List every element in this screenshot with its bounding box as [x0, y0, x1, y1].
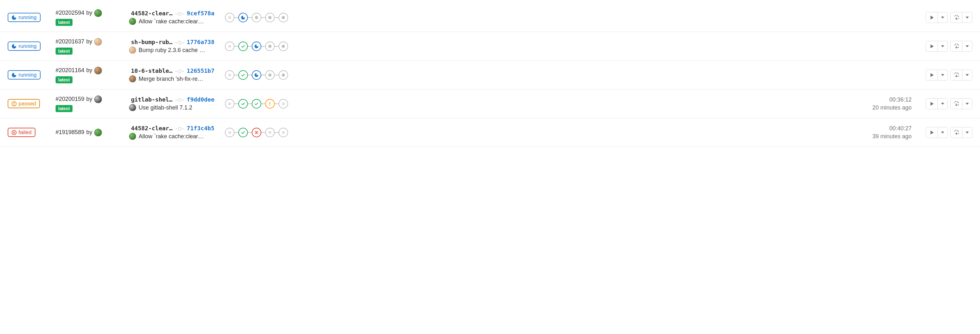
pipeline-id-link[interactable]: #19198589	[56, 129, 84, 136]
status-badge[interactable]: running	[8, 70, 41, 80]
artifacts-group	[950, 12, 972, 23]
status-badge[interactable]: running	[8, 41, 41, 51]
pipeline-row: running #20201164 by latest 10-6-stable……	[0, 60, 980, 89]
caret-down-icon	[966, 132, 969, 134]
artifacts-dropdown[interactable]	[962, 99, 972, 109]
commit-sep-icon: -○-	[174, 96, 185, 103]
pipeline-id-link[interactable]: #20200159	[56, 96, 84, 102]
stage-collapsed[interactable]	[225, 41, 234, 51]
triggerer-avatar[interactable]	[94, 67, 102, 75]
status-badge[interactable]: passed	[8, 99, 40, 108]
play-dropdown[interactable]	[937, 13, 947, 23]
branch-link[interactable]: 44582-clear…	[131, 125, 172, 132]
stage-running[interactable]	[238, 13, 248, 22]
commit-author-avatar[interactable]	[129, 133, 136, 140]
status-badge[interactable]: failed	[8, 128, 35, 137]
branch-link[interactable]: 44582-clear…	[131, 10, 172, 17]
stage-warning[interactable]	[265, 99, 275, 108]
branch-link[interactable]: sh-bump-rub…	[131, 39, 172, 45]
stage-running[interactable]	[252, 41, 261, 51]
finished-ago: 39 minutes ago	[872, 133, 912, 140]
caret-down-icon	[966, 74, 969, 76]
pipeline-row: passed #20200159 by latest gitlab-shel… …	[0, 89, 980, 118]
play-button[interactable]	[926, 70, 937, 80]
stage-pending[interactable]	[252, 13, 261, 22]
play-button[interactable]	[926, 99, 937, 109]
pipeline-id-link[interactable]: #20201164	[56, 67, 84, 74]
stage-pending[interactable]	[278, 41, 288, 51]
play-dropdown[interactable]	[937, 99, 947, 109]
stage-pending[interactable]	[265, 13, 275, 22]
commit-sha-link[interactable]: f9dd0dee	[187, 96, 215, 103]
commit-message[interactable]: Use gitlab-shell 7.1.2	[138, 104, 192, 111]
download-artifacts-button[interactable]	[951, 127, 962, 138]
triggerer-avatar[interactable]	[94, 9, 102, 17]
download-artifacts-button[interactable]	[951, 13, 962, 23]
stage-collapsed[interactable]	[265, 128, 275, 137]
play-button[interactable]	[926, 13, 937, 23]
play-dropdown[interactable]	[937, 41, 947, 51]
stage-passed[interactable]	[238, 99, 248, 108]
stage-pending[interactable]	[265, 41, 275, 51]
play-dropdown[interactable]	[937, 127, 947, 138]
commit-sha-link[interactable]: 126551b7	[187, 67, 215, 74]
commit-sha-link[interactable]: 71f3c4b5	[187, 125, 215, 132]
artifacts-dropdown[interactable]	[962, 127, 972, 138]
commit-sha-link[interactable]: 1776a738	[187, 39, 215, 45]
status-label: running	[19, 43, 37, 49]
commit-message[interactable]: Allow `rake cache:clear…	[138, 133, 204, 140]
stage-pending[interactable]	[278, 70, 288, 80]
manual-actions-group	[926, 41, 948, 52]
latest-tag: latest	[56, 105, 73, 112]
by-text: by	[86, 10, 92, 16]
stage-running[interactable]	[252, 70, 261, 80]
caret-down-icon	[966, 45, 969, 47]
stage-collapsed[interactable]	[278, 128, 288, 137]
triggerer-avatar[interactable]	[94, 38, 102, 46]
triggerer-avatar[interactable]	[94, 129, 102, 136]
by-text: by	[86, 96, 92, 102]
download-artifacts-button[interactable]	[951, 70, 962, 80]
commit-sep-icon: -○-	[174, 67, 185, 74]
branch-link[interactable]: gitlab-shel…	[131, 96, 172, 103]
stage-passed[interactable]	[238, 128, 248, 137]
stage-collapsed[interactable]	[225, 70, 234, 80]
stage-collapsed[interactable]	[225, 13, 234, 22]
artifacts-dropdown[interactable]	[962, 70, 972, 80]
status-label: passed	[19, 101, 36, 107]
commit-author-avatar[interactable]	[129, 104, 136, 111]
commit-author-avatar[interactable]	[129, 18, 136, 25]
commit-message[interactable]: Allow `rake cache:clear…	[138, 18, 204, 25]
play-button[interactable]	[926, 127, 937, 138]
stage-passed[interactable]	[252, 99, 261, 108]
stage-passed[interactable]	[238, 70, 248, 80]
stage-failed[interactable]	[252, 128, 261, 137]
pipeline-id-link[interactable]: #20202594	[56, 10, 84, 16]
commit-message[interactable]: Merge branch 'sh-fix-re…	[138, 76, 204, 83]
stage-collapsed[interactable]	[225, 128, 234, 137]
artifacts-group	[950, 70, 972, 81]
stage-pending[interactable]	[278, 13, 288, 22]
commit-author-avatar[interactable]	[129, 75, 136, 83]
stage-pending[interactable]	[265, 70, 275, 80]
caret-down-icon	[941, 17, 944, 19]
commit-sep-icon: -○-	[174, 10, 185, 17]
commit-message[interactable]: Bump ruby 2.3.6 cache …	[138, 47, 205, 54]
play-dropdown[interactable]	[937, 70, 947, 80]
commit-author-avatar[interactable]	[129, 47, 136, 54]
pipeline-id-link[interactable]: #20201637	[56, 38, 84, 45]
download-artifacts-button[interactable]	[951, 99, 962, 109]
artifacts-dropdown[interactable]	[962, 41, 972, 51]
stage-collapsed[interactable]	[278, 99, 288, 108]
status-badge[interactable]: running	[8, 13, 41, 22]
stage-passed[interactable]	[238, 41, 248, 51]
stage-collapsed[interactable]	[225, 99, 234, 108]
status-label: running	[19, 72, 37, 78]
commit-sha-link[interactable]: 9cef578a	[187, 10, 215, 17]
download-artifacts-button[interactable]	[951, 41, 962, 51]
play-button[interactable]	[926, 41, 937, 51]
triggerer-avatar[interactable]	[94, 95, 102, 103]
artifacts-dropdown[interactable]	[962, 13, 972, 23]
branch-link[interactable]: 10-6-stable…	[131, 67, 172, 74]
stages-graph	[225, 128, 288, 137]
